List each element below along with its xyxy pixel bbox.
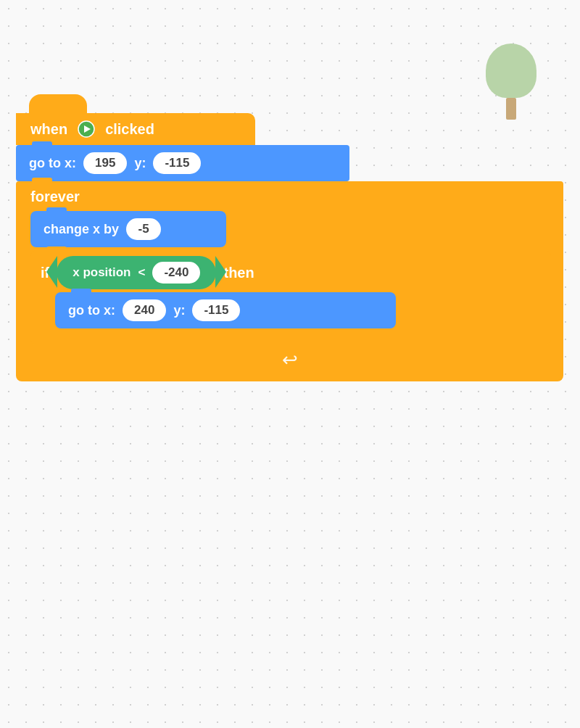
goto2-label: go to x:	[68, 303, 115, 318]
compare-value[interactable]: -240	[152, 262, 200, 284]
goto2-x-value[interactable]: 240	[123, 299, 166, 321]
forever-block[interactable]: forever change x by -5 if x position < -…	[16, 181, 563, 381]
goto1-label: go to x:	[29, 156, 76, 171]
if-inner: go to x: 240 y: -115	[55, 292, 541, 328]
when-flag-block[interactable]: when clicked	[16, 113, 255, 145]
change-x-block[interactable]: change x by -5	[30, 211, 226, 247]
if-block[interactable]: if x position < -240 then go to x: 240 y…	[30, 250, 551, 344]
when-label: when	[30, 121, 67, 138]
forever-inner: change x by -5 if x position < -240 then	[30, 211, 563, 344]
goto1-y-value[interactable]: -115	[153, 152, 201, 174]
hat-bump	[29, 94, 87, 113]
tree-top	[486, 44, 536, 98]
then-label: then	[223, 265, 254, 281]
clicked-label: clicked	[105, 121, 154, 138]
green-flag-icon	[76, 119, 96, 139]
goto2-y-value[interactable]: -115	[192, 299, 240, 321]
repeat-arrow: ↩	[16, 344, 563, 373]
forever-label: forever	[16, 181, 563, 211]
condition-block[interactable]: x position < -240	[57, 256, 216, 289]
change-x-value[interactable]: -5	[126, 218, 161, 240]
goto1-y-label: y:	[134, 156, 146, 171]
condition-text: x position	[72, 265, 130, 280]
goto1-block[interactable]: go to x: 195 y: -115	[16, 145, 349, 181]
goto1-x-value[interactable]: 195	[83, 152, 127, 174]
goto2-block[interactable]: go to x: 240 y: -115	[55, 292, 396, 328]
if-end-notch	[41, 331, 541, 339]
goto2-y-label: y:	[173, 303, 185, 318]
operator: <	[138, 265, 146, 280]
script-area: when clicked go to x: 195 y: -115 foreve…	[16, 94, 563, 381]
change-x-label: change x by	[44, 222, 119, 237]
if-header: if x position < -240 then	[41, 256, 541, 289]
